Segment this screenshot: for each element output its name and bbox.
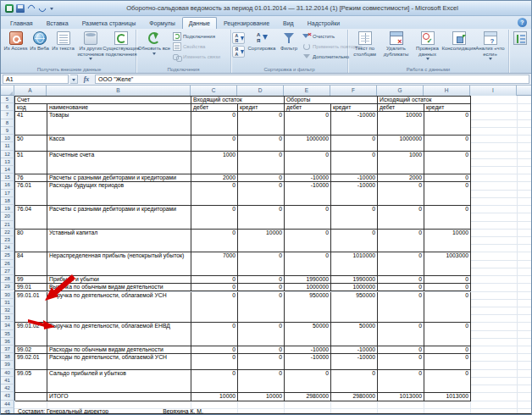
account-name-cell[interactable]: Расчеты с разными дебиторами и кредитора… bbox=[47, 206, 191, 230]
value-cell[interactable]: 50000 bbox=[285, 323, 331, 346]
row-header[interactable]: 28 bbox=[1, 275, 14, 283]
value-cell[interactable]: -10000 bbox=[331, 354, 378, 369]
value-cell[interactable]: 0 bbox=[424, 346, 471, 354]
row-header[interactable]: 33 bbox=[1, 314, 14, 322]
what-if-analysis-button[interactable]: Анализ «что если» bbox=[474, 30, 506, 66]
column-header[interactable]: I bbox=[470, 86, 517, 96]
column-header[interactable]: B bbox=[47, 86, 191, 96]
value-cell[interactable]: 7000 bbox=[191, 252, 238, 276]
row-header[interactable]: 22 bbox=[1, 229, 14, 236]
value-cell[interactable]: -10000 bbox=[285, 182, 331, 206]
value-cell[interactable]: 0 bbox=[331, 152, 378, 175]
row-header[interactable]: 21 bbox=[1, 221, 14, 229]
account-code-cell[interactable]: 50 bbox=[15, 136, 47, 151]
value-cell[interactable]: 0 bbox=[378, 323, 424, 346]
row-header[interactable]: 25 bbox=[1, 252, 14, 259]
row-header[interactable]: 9 bbox=[1, 127, 14, 135]
row-header[interactable]: 39 bbox=[1, 361, 14, 368]
name-box-dropdown-arrow-icon[interactable] bbox=[70, 75, 78, 84]
account-code-cell[interactable]: 80 bbox=[15, 230, 47, 253]
column-header[interactable]: A bbox=[14, 86, 47, 96]
value-cell[interactable]: 2000 bbox=[191, 174, 238, 182]
remove-duplicates-button[interactable]: Удалить дубликаты bbox=[380, 30, 412, 66]
row-header[interactable]: 15 bbox=[1, 174, 14, 181]
value-cell[interactable]: 0 bbox=[424, 323, 471, 346]
tab-page-layout[interactable]: Разметка страницы bbox=[75, 17, 143, 29]
value-cell[interactable]: 0 bbox=[331, 206, 378, 230]
row-header[interactable]: 36 bbox=[1, 338, 14, 346]
value-cell[interactable]: 10000 bbox=[238, 393, 285, 401]
from-web-button[interactable]: Из Веба bbox=[28, 30, 51, 66]
account-name-cell[interactable]: Расходы по деятельности, облагаемой УСН bbox=[47, 354, 191, 369]
value-cell[interactable]: 10000 bbox=[378, 112, 424, 136]
account-name-cell[interactable]: Расходы по обычным видам деятельности bbox=[47, 346, 191, 354]
value-cell[interactable]: 0 bbox=[238, 292, 285, 324]
column-header[interactable]: C bbox=[191, 86, 237, 96]
account-name-cell[interactable]: Товары bbox=[47, 112, 191, 136]
value-cell[interactable]: 0 bbox=[191, 112, 238, 136]
value-cell[interactable]: 0 bbox=[378, 276, 424, 284]
text-to-columns-button[interactable]: Текст по столбцам bbox=[349, 30, 380, 66]
data-validation-button[interactable]: Проверка данных bbox=[412, 30, 443, 66]
value-cell[interactable]: 0 bbox=[238, 174, 285, 182]
row-header[interactable]: 40 bbox=[1, 369, 14, 377]
tab-addins[interactable]: Надстройки bbox=[301, 17, 346, 29]
sort-button[interactable]: Сортировка bbox=[247, 30, 277, 66]
value-cell[interactable]: 0 bbox=[238, 252, 285, 276]
consolidate-button[interactable]: Консолидация bbox=[443, 30, 474, 66]
tab-view[interactable]: Вид bbox=[276, 17, 301, 29]
account-code-cell[interactable]: 76.01 bbox=[15, 182, 47, 206]
value-cell[interactable]: 0 bbox=[424, 206, 471, 230]
row-header[interactable]: 35 bbox=[1, 330, 14, 338]
value-cell[interactable]: 0 bbox=[238, 206, 285, 230]
account-code-cell[interactable]: 76.04 bbox=[15, 206, 47, 230]
column-header[interactable]: H bbox=[424, 86, 470, 96]
value-cell[interactable]: 1010000 bbox=[331, 252, 378, 276]
account-code-cell[interactable]: 41 bbox=[15, 112, 47, 136]
row-header[interactable]: 34 bbox=[1, 322, 14, 329]
refresh-all-button[interactable]: Обновить все bbox=[137, 30, 171, 66]
account-name-cell[interactable]: Расчетные счета bbox=[47, 152, 191, 175]
value-cell[interactable]: 10000 bbox=[238, 230, 285, 253]
row-header[interactable]: 41 bbox=[1, 377, 14, 385]
header-cell[interactable]: дебет bbox=[285, 104, 331, 112]
header-cell[interactable]: Счет bbox=[15, 97, 191, 104]
from-access-button[interactable]: Из Access bbox=[3, 30, 28, 66]
tab-home[interactable]: Главная bbox=[3, 17, 40, 29]
row-header[interactable]: 5 bbox=[1, 96, 14, 103]
value-cell[interactable]: 0 bbox=[378, 354, 424, 369]
properties-button[interactable]: Свойства bbox=[171, 42, 222, 52]
column-header[interactable]: F bbox=[330, 86, 377, 96]
account-code-cell[interactable]: 51 bbox=[15, 152, 47, 175]
value-cell[interactable]: 0 bbox=[191, 136, 238, 151]
value-cell[interactable]: 0 bbox=[424, 174, 471, 182]
tab-formulas[interactable]: Формулы bbox=[142, 17, 181, 29]
value-cell[interactable]: 0 bbox=[191, 182, 238, 206]
account-name-cell[interactable]: Нераспределенная прибыль (непокрытый убы… bbox=[47, 252, 191, 276]
header-cell[interactable]: код bbox=[15, 104, 47, 112]
value-cell[interactable]: 0 bbox=[238, 182, 285, 206]
row-header[interactable]: 8 bbox=[1, 119, 14, 127]
undo-button[interactable] bbox=[27, 4, 36, 13]
value-cell[interactable]: 0 bbox=[424, 370, 471, 394]
value-cell[interactable]: 1000000 bbox=[285, 136, 331, 151]
account-name-cell[interactable]: Выручка по деятельности, облагаемой ЕНВД bbox=[47, 323, 191, 346]
header-cell[interactable]: дебет bbox=[191, 104, 238, 112]
sort-ascending-button[interactable] bbox=[232, 32, 245, 44]
sort-descending-button[interactable] bbox=[232, 46, 245, 58]
account-code-cell[interactable]: 99.02 bbox=[15, 346, 47, 354]
header-cell[interactable]: кредит bbox=[331, 104, 378, 112]
formula-input[interactable]: ООО "Желе" bbox=[95, 75, 529, 84]
account-name-cell[interactable]: ИТОГО bbox=[47, 393, 191, 401]
row-header[interactable]: 32 bbox=[1, 307, 14, 314]
value-cell[interactable]: 1013000 bbox=[424, 393, 471, 401]
row-header[interactable]: 19 bbox=[1, 205, 14, 213]
column-header[interactable]: E bbox=[284, 86, 330, 96]
value-cell[interactable]: 0 bbox=[238, 346, 285, 354]
header-cell[interactable]: кредит bbox=[424, 104, 471, 112]
row-header[interactable]: 31 bbox=[1, 299, 14, 307]
value-cell[interactable]: 1013000 bbox=[378, 393, 424, 401]
row-header[interactable]: 6 bbox=[1, 103, 14, 111]
row-header[interactable]: 23 bbox=[1, 236, 14, 244]
value-cell[interactable]: 0 bbox=[378, 292, 424, 324]
